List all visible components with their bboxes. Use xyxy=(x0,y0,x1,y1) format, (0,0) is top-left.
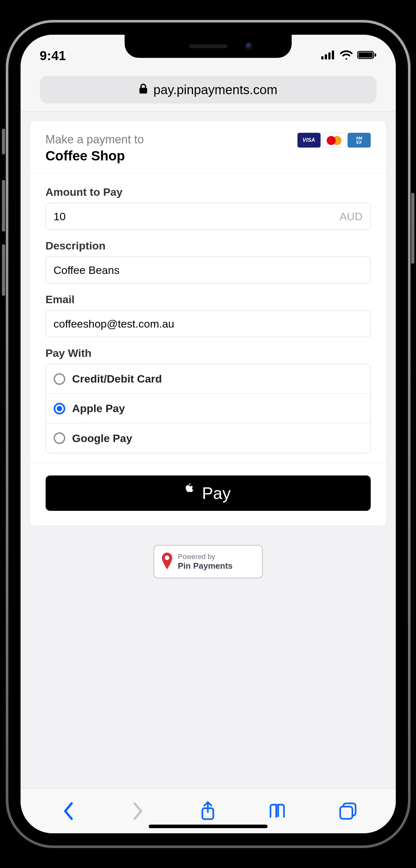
pin-icon xyxy=(161,553,173,570)
amount-label: Amount to Pay xyxy=(46,186,371,198)
powered-title: Pin Payments xyxy=(178,561,233,571)
amount-input[interactable]: 10 AUD xyxy=(46,203,371,230)
currency-suffix: AUD xyxy=(340,210,363,223)
volume-up-button xyxy=(2,180,5,231)
address-bar[interactable]: pay.pinpayments.com xyxy=(40,76,377,103)
paywith-group: Credit/Debit Card Apple Pay Google Pay xyxy=(46,364,371,453)
svg-rect-5 xyxy=(358,53,373,58)
description-value: Coffee Beans xyxy=(54,264,119,277)
description-input[interactable]: Coffee Beans xyxy=(46,256,371,283)
amount-value: 10 xyxy=(54,210,66,223)
radio-unchecked-icon xyxy=(54,432,65,444)
description-label: Description xyxy=(46,240,371,252)
lock-icon xyxy=(138,83,148,97)
share-button[interactable] xyxy=(195,798,221,824)
payment-card: Make a payment to Coffee Shop VISA AM EX xyxy=(30,121,386,526)
bookmarks-button[interactable] xyxy=(265,798,291,824)
wifi-icon xyxy=(340,51,353,61)
email-value: coffeeshop@test.com.au xyxy=(54,318,174,330)
svg-point-8 xyxy=(165,556,169,560)
svg-rect-6 xyxy=(375,53,376,57)
forward-button[interactable] xyxy=(125,798,151,824)
paywith-option-label: Apple Pay xyxy=(72,402,125,415)
email-input[interactable]: coffeeshop@test.com.au xyxy=(46,310,371,337)
paywith-label: Pay With xyxy=(46,347,371,360)
powered-by-badge[interactable]: Powered by Pin Payments xyxy=(153,545,263,578)
paywith-option-label: Credit/Debit Card xyxy=(72,373,162,385)
mute-switch xyxy=(2,129,5,154)
tabs-button[interactable] xyxy=(335,798,361,824)
paywith-option-label: Google Pay xyxy=(72,432,132,444)
mastercard-icon xyxy=(322,133,346,148)
paywith-option-applepay[interactable]: Apple Pay xyxy=(46,394,370,424)
radio-checked-icon xyxy=(54,403,65,414)
volume-down-button xyxy=(2,244,5,296)
powered-subtitle: Powered by xyxy=(178,553,233,561)
amex-icon: AM EX xyxy=(348,133,371,148)
paywith-option-card[interactable]: Credit/Debit Card xyxy=(46,364,370,394)
pay-button-label: Pay xyxy=(202,484,231,503)
svg-rect-7 xyxy=(139,88,147,94)
svg-rect-11 xyxy=(340,807,352,819)
email-label: Email xyxy=(46,293,371,306)
status-time: 9:41 xyxy=(40,49,66,63)
apple-icon xyxy=(185,484,199,503)
visa-icon: VISA xyxy=(298,133,321,148)
svg-rect-3 xyxy=(332,51,334,60)
home-indicator[interactable] xyxy=(149,825,268,828)
svg-rect-1 xyxy=(325,54,327,60)
back-button[interactable] xyxy=(55,798,81,824)
merchant-name: Coffee Shop xyxy=(46,148,144,164)
cellular-icon xyxy=(321,51,335,61)
svg-rect-2 xyxy=(328,53,331,60)
merchant-subtitle: Make a payment to xyxy=(46,133,144,146)
url-text: pay.pinpayments.com xyxy=(153,83,277,97)
battery-icon xyxy=(357,51,377,61)
svg-rect-0 xyxy=(321,56,323,60)
power-button xyxy=(411,193,414,264)
phone-frame: 9:41 xyxy=(5,19,411,849)
notch xyxy=(125,35,292,58)
radio-unchecked-icon xyxy=(54,373,65,385)
paywith-option-googlepay[interactable]: Google Pay xyxy=(46,424,370,453)
apple-pay-button[interactable]: Pay xyxy=(46,475,371,511)
